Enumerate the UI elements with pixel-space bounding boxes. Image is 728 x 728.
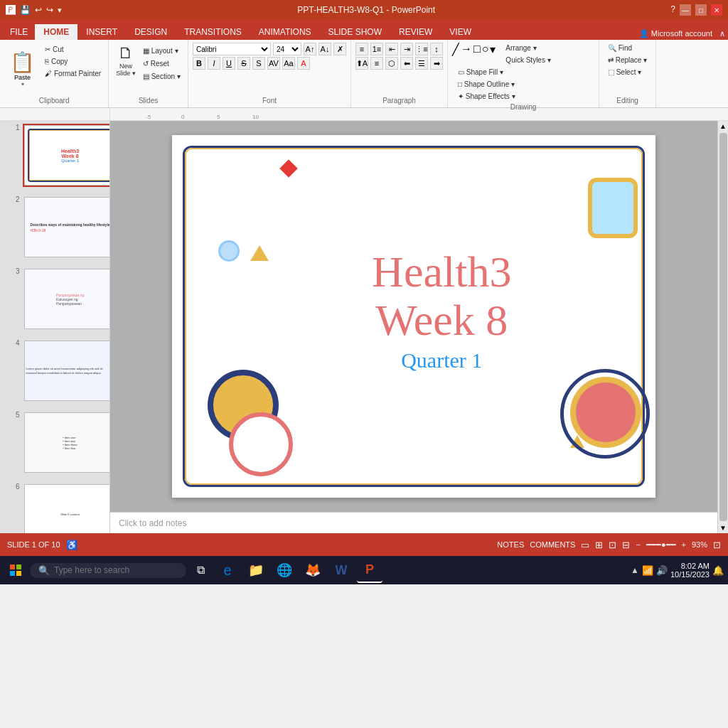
slide-content[interactable]: Health3 Week 8 Quarter 1	[172, 135, 655, 498]
format-painter-button[interactable]: 🖌 Format Painter	[42, 68, 104, 79]
clear-format-btn[interactable]: ✗	[333, 43, 346, 55]
slide-sorter-btn[interactable]: ⊞	[595, 540, 603, 550]
vertical-scrollbar[interactable]: ▲ ▼	[717, 121, 728, 533]
arrow-tool[interactable]: →	[461, 43, 472, 56]
help-icon[interactable]: ?	[670, 4, 675, 16]
replace-button[interactable]: ⇄ Replace ▾	[605, 55, 650, 65]
numbering-btn[interactable]: 1≡	[370, 43, 383, 55]
shape-outline-btn[interactable]: □ Shape Outline ▾	[455, 79, 518, 90]
search-bar[interactable]: 🔍	[30, 563, 186, 578]
bullets-btn[interactable]: ≡	[355, 43, 368, 55]
zoom-out-btn[interactable]: −	[636, 540, 640, 549]
decrease-font-btn[interactable]: A↓	[318, 43, 331, 55]
select-button[interactable]: ⬚ Select ▾	[605, 67, 644, 77]
notes-status-btn[interactable]: NOTES	[497, 540, 524, 549]
reset-button[interactable]: ↺ Reset	[140, 58, 183, 69]
fit-slide-btn[interactable]: ⊡	[713, 540, 721, 550]
normal-view-btn[interactable]: ▭	[581, 540, 589, 550]
tab-animations[interactable]: ANIMATIONS	[250, 24, 320, 40]
columns-btn[interactable]: ⋮≡	[415, 43, 428, 55]
align-right-btn[interactable]: ➡	[430, 57, 443, 70]
slide-2-thumb[interactable]: Describes ways of maintaining healthy li…	[23, 196, 110, 259]
tab-home[interactable]: HOME	[35, 24, 77, 40]
slide-panel[interactable]: 1 Health3Week 8 Quarter 1 2 Describes wa	[0, 121, 110, 533]
underline-btn[interactable]: U	[223, 57, 235, 70]
tab-slideshow[interactable]: SLIDE SHOW	[320, 24, 390, 40]
shape-fill-btn[interactable]: ▭ Shape Fill ▾	[455, 67, 518, 77]
accessibility-icon[interactable]: ♿	[66, 540, 77, 550]
slide-1-thumb[interactable]: Health3Week 8 Quarter 1	[23, 124, 110, 187]
reading-view-btn[interactable]: ⊡	[609, 540, 616, 550]
paste-button[interactable]: 📋 Paste ▾	[4, 43, 41, 95]
close-button[interactable]: ✕	[711, 4, 722, 16]
increase-indent-btn[interactable]: ⇥	[400, 43, 413, 55]
slide-3-thumb[interactable]: Pangangalaga ng Kalusugan ng Pangangataw…	[23, 267, 110, 331]
circle-tool[interactable]: ○	[482, 43, 489, 56]
char-spacing-btn[interactable]: AV	[267, 57, 280, 70]
font-name-select[interactable]: Calibri	[193, 43, 271, 55]
taskbar-chrome[interactable]: 🌐	[272, 557, 297, 583]
slide-title[interactable]: Health3 Week 8 Quarter 1	[372, 247, 511, 373]
font-size-select[interactable]: 24	[273, 43, 301, 55]
align-left-btn[interactable]: ⬅	[400, 57, 413, 70]
zoom-in-btn[interactable]: +	[682, 540, 686, 549]
minimize-button[interactable]: —	[680, 4, 691, 16]
zoom-slider[interactable]: ━━━●━━	[646, 540, 676, 550]
scroll-up-btn[interactable]: ▲	[718, 121, 728, 132]
tab-design[interactable]: DESIGN	[126, 24, 176, 40]
slide-6-thumb[interactable]: Slide 6 content	[23, 483, 110, 533]
network-icon[interactable]: 📶	[642, 565, 653, 576]
shape-effects-btn[interactable]: ✦ Shape Effects ▾	[455, 91, 518, 102]
task-view-btn[interactable]: ⧉	[189, 559, 212, 582]
decrease-indent-btn[interactable]: ⇤	[385, 43, 398, 55]
slide-5-thumb[interactable]: • Item one• Item two• Item three• Item f…	[23, 411, 110, 474]
scroll-down-btn[interactable]: ▼	[718, 523, 728, 533]
tab-transitions[interactable]: TRANSITIONS	[176, 24, 250, 40]
line-tool[interactable]: ╱	[452, 43, 459, 56]
quick-save[interactable]: 💾	[20, 5, 31, 15]
notification-btn[interactable]: 🔔	[712, 565, 724, 576]
section-button[interactable]: ▤ Section ▾	[140, 71, 183, 82]
slide-4-thumb[interactable]: Lorem ipsum dolor sit amet consectetur a…	[23, 339, 110, 402]
scroll-thumb[interactable]	[719, 133, 727, 521]
search-input[interactable]	[54, 565, 168, 575]
find-button[interactable]: 🔍 Find	[605, 43, 635, 53]
account-label[interactable]: 👤 Microsoft account	[639, 29, 712, 38]
tab-insert[interactable]: INSERT	[77, 24, 126, 40]
smartart-btn[interactable]: ⬡	[385, 57, 398, 70]
tab-file[interactable]: FILE	[3, 24, 35, 40]
taskbar-explorer[interactable]: 📁	[243, 557, 269, 583]
slide-canvas[interactable]: Health3 Week 8 Quarter 1	[110, 121, 717, 512]
center-btn[interactable]: ☰	[415, 57, 428, 70]
presenter-view-btn[interactable]: ⊟	[622, 540, 630, 550]
align-text-btn[interactable]: ≡	[370, 57, 383, 70]
notes-area[interactable]: Click to add notes	[110, 512, 717, 533]
ribbon-collapse-btn[interactable]: ∧	[719, 29, 725, 38]
new-slide-button[interactable]: 🗋 NewSlide ▾	[113, 43, 139, 78]
taskbar-edge[interactable]: e	[215, 557, 240, 583]
quick-styles-button[interactable]: Quick Styles ▾	[503, 55, 553, 65]
layout-button[interactable]: ▦ Layout ▾	[140, 46, 183, 56]
restore-button[interactable]: □	[695, 4, 707, 16]
shadow-btn[interactable]: S	[252, 57, 265, 70]
taskbar-word[interactable]: W	[328, 557, 354, 583]
quick-undo[interactable]: ↩	[35, 5, 42, 15]
quick-redo[interactable]: ↪	[46, 5, 53, 15]
taskbar-app2[interactable]: 🦊	[300, 557, 326, 583]
comments-status-btn[interactable]: COMMENTS	[530, 540, 575, 549]
strikethrough-btn[interactable]: S	[237, 57, 250, 70]
text-direction-btn[interactable]: ⬆A	[355, 57, 368, 70]
clock[interactable]: 8:02 AM 10/15/2023	[670, 562, 710, 579]
shapes-btn[interactable]: ▾	[490, 43, 496, 56]
taskbar-powerpoint[interactable]: P	[357, 557, 382, 583]
start-button[interactable]	[4, 559, 27, 582]
volume-icon[interactable]: 🔊	[656, 565, 668, 576]
tab-view[interactable]: VIEW	[441, 24, 480, 40]
cut-button[interactable]: ✂ Cut	[42, 44, 104, 55]
font-color-btn[interactable]: A	[297, 57, 310, 70]
increase-font-btn[interactable]: A↑	[304, 43, 316, 55]
rect-tool[interactable]: □	[473, 43, 481, 56]
arrange-button[interactable]: Arrange ▾	[503, 43, 553, 53]
zoom-level[interactable]: 93%	[692, 540, 707, 549]
italic-btn[interactable]: I	[208, 57, 220, 70]
